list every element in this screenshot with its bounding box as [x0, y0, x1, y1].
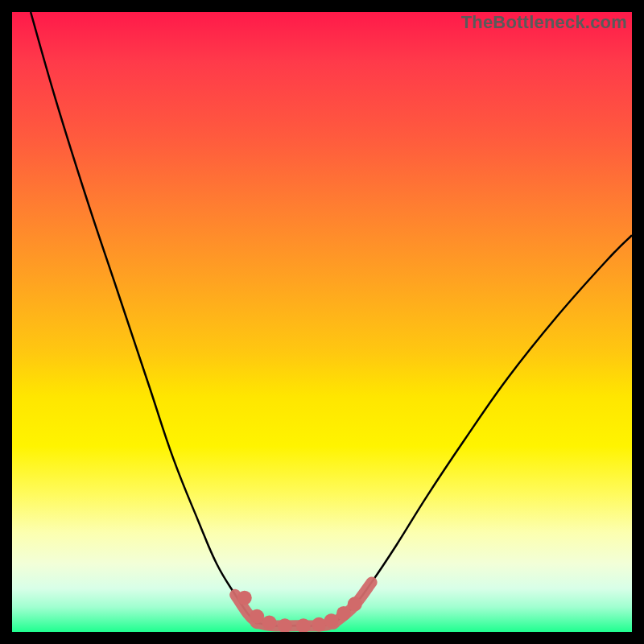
- plot-area: TheBottleneck.com: [12, 12, 632, 632]
- curve-layer: [12, 12, 632, 632]
- bottleneck-curve: [31, 12, 632, 626]
- curve-paths: [31, 12, 632, 626]
- marker-dot: [324, 613, 339, 628]
- marker-dot: [348, 597, 362, 611]
- marker-dot: [262, 615, 277, 630]
- marker-dot: [336, 606, 351, 621]
- marker-dot: [312, 617, 326, 632]
- chart-frame: TheBottleneck.com: [0, 0, 644, 644]
- marker-dot: [250, 609, 264, 624]
- marker-dot: [237, 591, 252, 605]
